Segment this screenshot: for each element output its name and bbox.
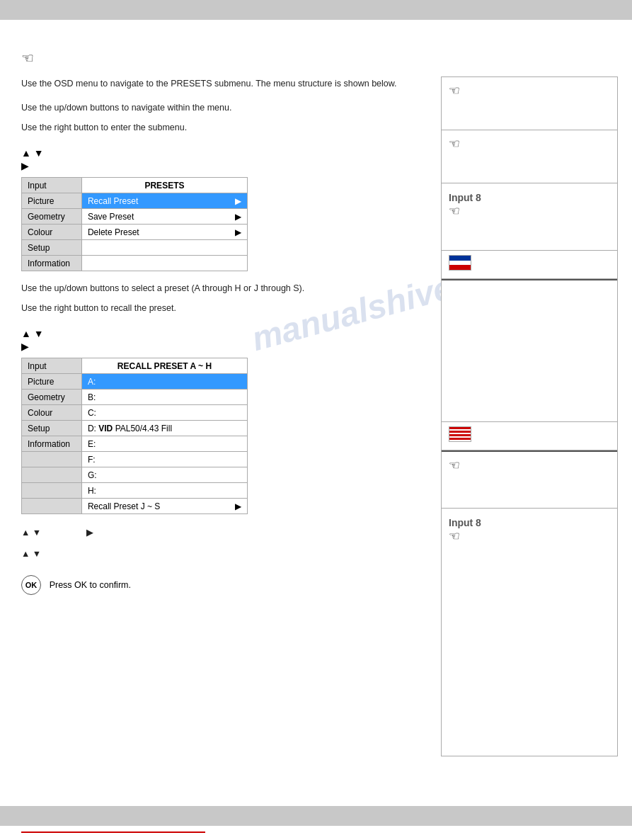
vid-text: VID (98, 424, 113, 433)
top-bar (0, 0, 632, 20)
menu1-delete-preset[interactable]: Delete Preset (81, 225, 247, 240)
menu1-information-right (81, 256, 247, 271)
menu2-preset-h[interactable]: H: (81, 483, 247, 499)
sidebar-section-4 (442, 251, 617, 279)
table-row: Information E: (22, 436, 248, 452)
menu2-preset-c[interactable]: C: (81, 405, 247, 421)
sidebar-section-6 (442, 422, 617, 450)
menu2-preset-a[interactable]: A: (81, 374, 247, 390)
sidebar-flag-2 (449, 426, 471, 442)
table-row: Recall Preset J ~ S (22, 499, 248, 514)
sidebar-section-2: ☞ (442, 130, 617, 183)
menu2-picture-label: Picture (22, 374, 82, 390)
menu1-setup-right (81, 240, 247, 256)
sidebar-input8-label-1: Input 8 (449, 192, 610, 203)
sidebar-hand-icon-4: ☞ (449, 458, 460, 473)
menu1-geometry-label: Geometry (22, 209, 82, 225)
menu2-preset-b[interactable]: B: (81, 390, 247, 405)
up-down-arrows-4: ▲ ▼ (21, 549, 41, 559)
menu2-preset-e[interactable]: E: (81, 436, 247, 452)
sidebar-hand-icon-5: ☞ (449, 528, 460, 544)
table-row: Geometry B: (22, 390, 248, 405)
menu2-empty-label-1 (22, 452, 82, 467)
body-text-3: Use the right button to enter the submen… (21, 120, 403, 135)
table-row: Colour C: (22, 405, 248, 421)
nav-arrows-1: ▲ ▼ ▶ (21, 147, 403, 171)
sidebar-section-5 (442, 280, 617, 422)
menu1-setup-label: Setup (22, 240, 82, 256)
table-row: Geometry Save Preset (22, 209, 248, 225)
table-row: Input RECALL PRESET A ~ H (22, 358, 248, 374)
table-row: Input PRESETS (22, 178, 248, 193)
menu1-save-preset[interactable]: Save Preset (81, 209, 247, 225)
hand-icon-1: ☞ (21, 50, 34, 67)
table-row: F: (22, 452, 248, 467)
intro-hand-icon: ☞ (21, 50, 403, 67)
table-row: H: (22, 483, 248, 499)
menu2-recall-header: RECALL PRESET A ~ H (81, 358, 247, 374)
table-row: Colour Delete Preset (22, 225, 248, 240)
presets-menu-table: Input PRESETS Picture Recall Preset Geom… (21, 177, 248, 271)
up-down-arrows-2: ▲ ▼ (21, 328, 44, 339)
table-row: Setup D: VID PAL50/4.43 Fill (22, 421, 248, 436)
body-text-6: ▲ ▼ ▶ (21, 526, 403, 540)
menu2-recall-j-s[interactable]: Recall Preset J ~ S (81, 499, 247, 514)
menu2-geometry-label: Geometry (22, 390, 82, 405)
recall-preset-menu-table: Input RECALL PRESET A ~ H Picture A: Geo… (21, 358, 248, 514)
menu2-input-label: Input (22, 358, 82, 374)
menu2-preset-f[interactable]: F: (81, 452, 247, 467)
menu1-input-label: Input (22, 178, 82, 193)
table-row: Setup (22, 240, 248, 256)
table-row: Information (22, 256, 248, 271)
main-content: ☞ Use the OSD menu to navigate to the PR… (21, 28, 403, 595)
menu2-empty-label-3 (22, 483, 82, 499)
sidebar-input8-label-2: Input 8 (449, 517, 610, 528)
body-text-1: Use the OSD menu to navigate to the PRES… (21, 76, 403, 91)
menu1-information-label: Information (22, 256, 82, 271)
menu1-picture-label: Picture (22, 193, 82, 209)
sidebar-section-3: Input 8 ☞ (442, 183, 617, 251)
body-text-7: ▲ ▼ (21, 547, 403, 561)
body-text-2: Use the up/down buttons to navigate with… (21, 101, 403, 115)
menu2-empty-label-4 (22, 499, 82, 514)
ok-button[interactable]: OK (21, 575, 41, 595)
nav-arrows-2: ▲ ▼ ▶ (21, 328, 403, 352)
menu1-recall-preset[interactable]: Recall Preset (81, 193, 247, 209)
right-sidebar: ☞ ☞ Input 8 ☞ ☞ Input 8 ☞ (441, 76, 618, 756)
sidebar-hand-icon-1: ☞ (449, 83, 460, 98)
menu2-information-label: Information (22, 436, 82, 452)
body-text-5: Use the right button to recall the prese… (21, 301, 403, 315)
menu2-setup-label: Setup (22, 421, 82, 436)
menu2-preset-d[interactable]: D: VID PAL50/4.43 Fill (81, 421, 247, 436)
up-down-arrows-1: ▲ ▼ (21, 147, 44, 159)
menu2-preset-g[interactable]: G: (81, 467, 247, 483)
sidebar-section-1: ☞ (442, 77, 617, 130)
sidebar-section-7: ☞ (442, 452, 617, 509)
menu2-empty-label-2 (22, 467, 82, 483)
table-row: G: (22, 467, 248, 483)
table-row: Picture A: (22, 374, 248, 390)
ok-description: Press OK to confirm. (50, 580, 131, 590)
up-down-arrows-3: ▲ ▼ (21, 528, 41, 538)
right-arrow-3: ▶ (86, 528, 93, 538)
sidebar-hand-icon-2: ☞ (449, 136, 460, 152)
menu2-colour-label: Colour (22, 405, 82, 421)
menu1-colour-label: Colour (22, 225, 82, 240)
table-row: Picture Recall Preset (22, 193, 248, 209)
right-arrow-2: ▶ (21, 341, 403, 352)
ok-button-container: OK Press OK to confirm. (21, 569, 403, 595)
menu1-presets-header: PRESETS (81, 178, 247, 193)
right-arrow-1: ▶ (21, 160, 403, 171)
sidebar-section-8: Input 8 ☞ (442, 509, 617, 576)
sidebar-flag-1 (449, 255, 471, 271)
sidebar-hand-icon-3: ☞ (449, 203, 460, 219)
bottom-red-line (21, 832, 205, 833)
body-text-4: Use the up/down buttons to select a pres… (21, 281, 403, 295)
bottom-bar (0, 806, 632, 826)
